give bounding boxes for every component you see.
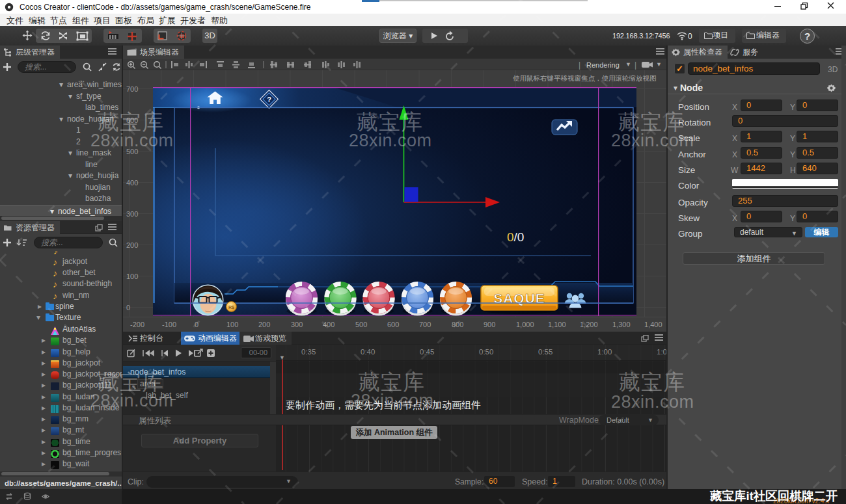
svg-text:?: ?	[267, 96, 271, 103]
svg-text:0/0: 0/0	[507, 230, 524, 244]
svg-text:R$: R$	[228, 305, 234, 310]
